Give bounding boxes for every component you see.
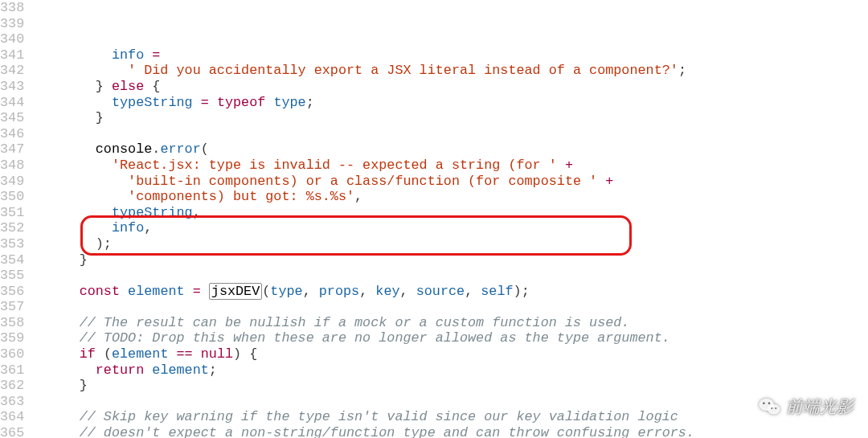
code-line[interactable]: 'built-in components) or a class/functio… (31, 174, 694, 190)
code-token (31, 205, 112, 220)
code-token (144, 47, 152, 63)
code-line[interactable]: // doesn't expect a non-string/function … (31, 425, 694, 438)
code-line[interactable]: } (31, 252, 694, 268)
code-token: = (193, 284, 201, 299)
code-token: . (152, 141, 160, 157)
code-line[interactable]: if (element == null) { (31, 346, 694, 362)
code-line[interactable]: typeString = typeof type; (31, 95, 694, 111)
code-token: 'React.jsx: type is invalid -- expected … (112, 158, 557, 173)
code-token: // Skip key warning if the type isn't va… (80, 409, 678, 424)
code-token (557, 158, 565, 173)
code-token: typeof (217, 95, 265, 110)
code-line[interactable]: } else { (31, 79, 694, 95)
line-number: 358 (0, 315, 24, 331)
code-token (597, 174, 605, 189)
code-token (120, 284, 128, 299)
code-token (201, 284, 209, 299)
code-line[interactable]: info, (31, 220, 694, 236)
code-line[interactable]: return element; (31, 362, 694, 379)
code-line[interactable]: typeString, (31, 205, 694, 221)
code-token: typeString (112, 205, 193, 220)
line-number: 363 (0, 394, 24, 410)
line-number: 339 (0, 16, 24, 32)
code-token: else (112, 79, 144, 94)
code-line[interactable]: ' Did you accidentally export a JSX lite… (31, 63, 694, 79)
code-token: , (144, 220, 152, 235)
code-line[interactable] (31, 394, 694, 410)
code-token: { (144, 79, 160, 94)
code-token (31, 63, 128, 78)
code-line[interactable]: } (31, 110, 694, 126)
code-token (31, 284, 79, 299)
line-number: 362 (0, 378, 24, 394)
line-number: 346 (0, 126, 24, 142)
code-token (185, 284, 193, 299)
line-number: 357 (0, 299, 24, 315)
code-token: null (201, 346, 233, 362)
code-token: info (112, 47, 144, 63)
line-number: 354 (0, 252, 24, 268)
code-token: jsxDEV (209, 283, 262, 300)
code-token (31, 95, 112, 110)
code-token: , (354, 189, 362, 204)
code-token: self (481, 284, 513, 299)
code-line[interactable] (31, 299, 694, 315)
code-token: const (80, 284, 120, 299)
code-token: error (160, 141, 200, 157)
code-line[interactable]: } (31, 378, 694, 394)
code-token (265, 95, 273, 110)
code-editor: 3383393403413423433443453463473483493503… (0, 0, 868, 438)
code-token: = (201, 95, 209, 110)
code-token: 'built-in components) or a class/functio… (128, 174, 597, 189)
code-token: , (193, 205, 201, 220)
line-number: 349 (0, 174, 24, 190)
line-number: 360 (0, 346, 24, 362)
code-line[interactable] (31, 126, 694, 142)
code-token: , (303, 284, 319, 299)
line-number: 341 (0, 47, 24, 63)
code-line[interactable]: // Skip key warning if the type isn't va… (31, 409, 694, 425)
code-token (168, 346, 176, 362)
code-token: } (31, 378, 88, 393)
code-token: ; (306, 95, 314, 110)
line-number: 338 (0, 0, 24, 16)
code-line[interactable]: // TODO: Drop this when these are no lon… (31, 330, 694, 346)
line-number: 350 (0, 189, 24, 205)
code-token: ( (262, 284, 270, 299)
code-line[interactable]: 'components) but got: %s.%s', (31, 189, 694, 205)
line-number: 355 (0, 268, 24, 284)
line-number: 343 (0, 79, 24, 95)
line-number: 361 (0, 362, 24, 379)
code-token (31, 346, 79, 362)
code-token: ); (31, 236, 112, 252)
code-token (31, 315, 79, 330)
code-token (31, 362, 96, 378)
line-number: 353 (0, 236, 24, 252)
code-token (209, 95, 217, 110)
code-token: type (270, 284, 302, 299)
code-token: + (565, 158, 573, 173)
code-token: , (465, 284, 481, 299)
code-token: console (96, 141, 153, 157)
line-number: 351 (0, 205, 24, 221)
code-line[interactable]: // The result can be nullish if a mock o… (31, 315, 694, 331)
code-token: if (80, 346, 96, 362)
line-number: 340 (0, 31, 24, 47)
code-token (31, 220, 112, 235)
code-line[interactable]: console.error( (31, 141, 694, 158)
code-token: ( (96, 346, 112, 362)
code-line[interactable]: ); (31, 236, 694, 252)
code-panel[interactable]: info = ' Did you accidentally export a J… (31, 0, 694, 438)
code-token (31, 47, 112, 63)
code-token: // The result can be nullish if a mock o… (80, 315, 630, 330)
code-line[interactable]: const element = jsxDEV(type, props, key,… (31, 284, 694, 300)
code-token (31, 189, 128, 204)
code-token (31, 409, 79, 424)
code-token: == (177, 346, 193, 362)
code-token (31, 158, 112, 173)
code-line[interactable]: info = (31, 47, 694, 63)
code-line[interactable] (31, 268, 694, 284)
code-line[interactable]: 'React.jsx: type is invalid -- expected … (31, 158, 694, 174)
line-number: 342 (0, 63, 24, 79)
code-token: } (31, 79, 112, 94)
